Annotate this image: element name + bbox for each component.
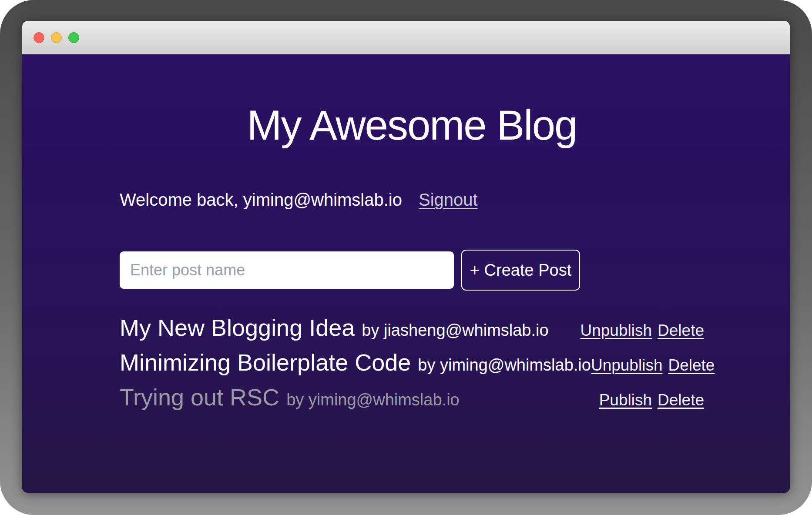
post-row: My New Blogging Idea by jiasheng@whimsla…	[120, 314, 704, 341]
create-post-row: + Create Post	[120, 250, 704, 291]
user-bar: Welcome back, yiming@whimslab.io Signout	[120, 190, 704, 210]
create-post-button[interactable]: + Create Post	[461, 250, 580, 291]
post-title: Trying out RSC	[120, 384, 279, 411]
post-row: Minimizing Boilerplate Code by yiming@wh…	[120, 349, 704, 376]
delete-link[interactable]: Delete	[658, 321, 704, 340]
post-title: My New Blogging Idea	[120, 314, 355, 341]
delete-link[interactable]: Delete	[658, 391, 704, 409]
unpublish-link[interactable]: Unpublish	[591, 356, 663, 375]
titlebar[interactable]	[22, 21, 790, 54]
delete-link[interactable]: Delete	[668, 356, 715, 375]
post-actions: PublishDelete	[599, 391, 704, 409]
window-frame: My Awesome Blog Welcome back, yiming@whi…	[0, 0, 812, 515]
page-title: My Awesome Blog	[120, 101, 704, 149]
posts-list: My New Blogging Idea by jiasheng@whimsla…	[120, 314, 704, 411]
unpublish-link[interactable]: Unpublish	[580, 321, 652, 340]
post-byline: by yiming@whimslab.io	[418, 356, 591, 375]
post-row: Trying out RSC by yiming@whimslab.io Pub…	[120, 384, 704, 411]
zoom-button-icon[interactable]	[68, 32, 79, 43]
post-byline: by jiasheng@whimslab.io	[362, 321, 548, 340]
blog-admin-page: My Awesome Blog Welcome back, yiming@whi…	[22, 101, 790, 493]
minimize-button-icon[interactable]	[51, 32, 62, 43]
publish-link[interactable]: Publish	[599, 391, 652, 409]
post-actions: UnpublishDelete	[580, 321, 704, 340]
welcome-text: Welcome back, yiming@whimslab.io	[120, 190, 402, 210]
close-button-icon[interactable]	[34, 32, 44, 43]
browser-window: My Awesome Blog Welcome back, yiming@whi…	[22, 21, 790, 493]
post-actions: UnpublishDelete	[591, 356, 715, 375]
signout-link[interactable]: Signout	[419, 190, 478, 210]
post-byline: by yiming@whimslab.io	[286, 391, 460, 409]
post-name-input[interactable]	[120, 251, 454, 289]
post-title: Minimizing Boilerplate Code	[120, 349, 411, 376]
page: My Awesome Blog Welcome back, yiming@whi…	[0, 0, 812, 515]
